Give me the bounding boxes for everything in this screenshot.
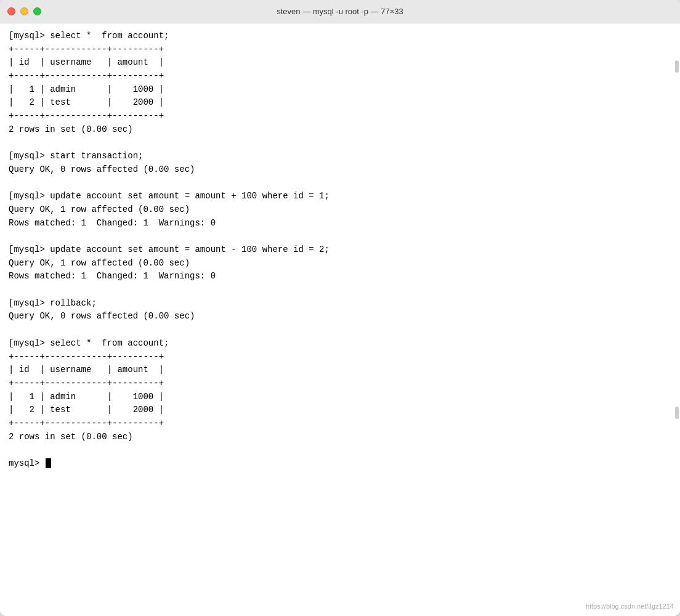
window-title: steven — mysql -u root -p — 77×33 <box>277 7 403 16</box>
terminal-cursor <box>46 458 51 468</box>
scrollbar-bottom[interactable] <box>675 407 679 419</box>
titlebar: steven — mysql -u root -p — 77×33 <box>0 0 680 23</box>
terminal-window: steven — mysql -u root -p — 77×33 [mysql… <box>0 0 680 616</box>
minimize-button[interactable] <box>20 7 28 15</box>
terminal-output: [mysql> select * from account; +-----+--… <box>9 30 671 471</box>
terminal-body[interactable]: [mysql> select * from account; +-----+--… <box>0 23 680 616</box>
traffic-lights <box>7 7 41 15</box>
maximize-button[interactable] <box>33 7 41 15</box>
scrollbar-top[interactable] <box>675 60 679 73</box>
close-button[interactable] <box>7 7 15 15</box>
watermark: https://blog.csdn.net/Jgz1214 <box>586 601 674 612</box>
